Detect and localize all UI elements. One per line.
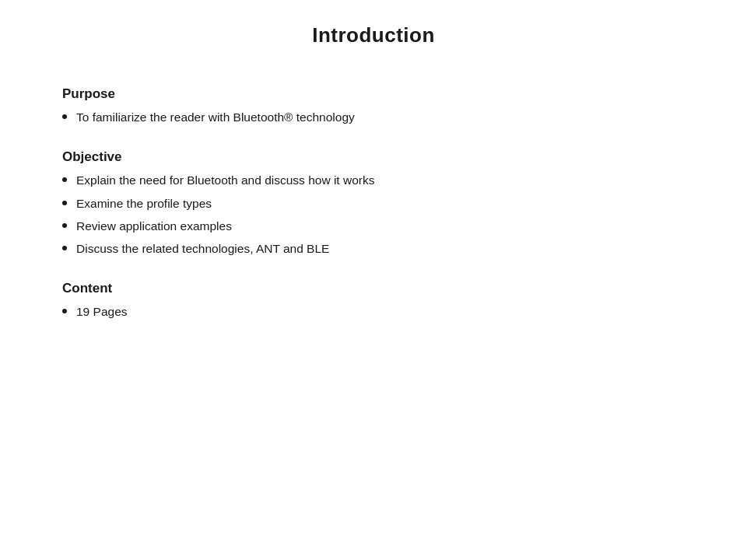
list-item: Review application examples	[62, 217, 685, 235]
list-item: Discuss the related technologies, ANT an…	[62, 240, 685, 257]
list-item: Examine the profile types	[62, 194, 685, 212]
bullet-list-content: 19 Pages	[62, 303, 685, 320]
section-heading-objective: Objective	[62, 149, 685, 165]
sections-container: PurposeTo familiarize the reader with Bl…	[62, 86, 685, 321]
section-heading-purpose: Purpose	[62, 86, 685, 102]
list-item: To familiarize the reader with Bluetooth…	[62, 108, 685, 126]
bullet-text: Discuss the related technologies, ANT an…	[76, 240, 685, 257]
bullet-dot-icon	[62, 177, 67, 182]
bullet-dot-icon	[62, 114, 67, 119]
page-title: Introduction	[62, 23, 685, 47]
section-purpose: PurposeTo familiarize the reader with Bl…	[62, 86, 685, 126]
bullet-list-objective: Explain the need for Bluetooth and discu…	[62, 171, 685, 257]
bullet-text: Explain the need for Bluetooth and discu…	[76, 171, 685, 189]
bullet-dot-icon	[62, 223, 67, 228]
section-heading-content: Content	[62, 281, 685, 296]
list-item: 19 Pages	[62, 303, 685, 320]
bullet-text: Examine the profile types	[76, 194, 685, 212]
bullet-text: 19 Pages	[76, 303, 685, 320]
bullet-text: To familiarize the reader with Bluetooth…	[76, 108, 685, 126]
bullet-text: Review application examples	[76, 217, 685, 235]
bullet-dot-icon	[62, 309, 67, 313]
bullet-dot-icon	[62, 201, 67, 205]
list-item: Explain the need for Bluetooth and discu…	[62, 171, 685, 189]
bullet-dot-icon	[62, 246, 67, 250]
bullet-list-purpose: To familiarize the reader with Bluetooth…	[62, 108, 685, 126]
slide-page: Introduction PurposeTo familiarize the r…	[0, 0, 747, 560]
section-objective: ObjectiveExplain the need for Bluetooth …	[62, 149, 685, 257]
section-content: Content19 Pages	[62, 281, 685, 320]
